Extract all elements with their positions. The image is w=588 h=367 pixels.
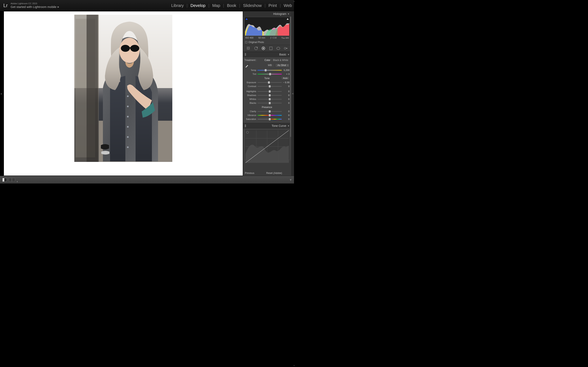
identity-plate-link[interactable]: Get started with Lightroom mobile ▶ [11,5,59,9]
svg-point-11 [127,146,129,148]
exposure-label: Exposure [244,81,258,83]
right-panel: Histogram ▼ ISO 400 50 mm ƒ / 2.8 ¹⁄₈₀₀ … [243,11,291,176]
whites-slider[interactable] [258,98,282,100]
panel-toggle-switch[interactable] [245,124,246,127]
wb-label: WB : [268,64,273,67]
identity-plate-label: Get started with Lightroom mobile [11,5,56,9]
crop-tool-icon[interactable] [246,46,251,51]
svg-point-6 [127,95,129,97]
before-after-view-button[interactable] [9,178,15,182]
left-panel-expand-icon[interactable]: ▶ [1,92,2,95]
treatment-label: Treatment : [244,59,263,62]
panel-title-tonecurve: Tone Curve [272,124,286,127]
panel-header-histogram[interactable]: Histogram ▼ [243,11,291,17]
svg-point-8 [127,116,129,117]
tint-slider[interactable] [258,73,282,75]
tint-label: Tint [244,73,258,75]
module-web[interactable]: Web [284,3,292,8]
whites-label: Whites [244,98,258,100]
panel-title-basic: Basic [279,53,286,56]
tint-value[interactable]: + 3 [282,73,290,75]
app-title: Adobe Lightroom CC 2015 [11,2,59,5]
develop-tool-strip [243,45,291,52]
bottom-toolbar: ▼ ▾ ▾ [0,176,294,184]
module-picker: Library| Develop| Map| Book| Slideshow| … [171,3,292,8]
previous-button[interactable]: Previous [245,172,264,175]
saturation-value[interactable]: 0 [282,118,290,120]
svg-point-18 [254,47,258,50]
exposure-value[interactable]: − 0.30 [282,81,290,83]
svg-point-21 [263,48,264,49]
tone-header: Tone [264,77,269,80]
panel-header-tonecurve[interactable]: Tone Curve ▼ [243,123,291,128]
tone-curve-graph[interactable] [245,130,289,159]
preview-photo[interactable] [74,15,172,162]
exposure-slider[interactable] [258,81,282,83]
treatment-color[interactable]: Color [263,59,272,62]
vibrance-value[interactable]: 0 [282,114,290,117]
auto-tone-button[interactable]: Auto [281,76,290,80]
blacks-slider[interactable] [258,102,282,104]
wb-preset-dropdown[interactable]: As Shot [275,63,290,67]
vibrance-label: Vibrance [244,114,258,117]
highlights-slider[interactable] [258,90,282,92]
svg-point-14 [130,45,139,52]
redeye-tool-icon[interactable] [261,46,266,51]
chevron-down-icon: ▼ [287,125,290,127]
loupe-view-button[interactable] [2,178,7,182]
chevron-down-icon: ▼ [287,13,290,15]
image-canvas[interactable] [4,11,243,176]
shadows-slider[interactable] [258,94,282,96]
adjustment-brush-tool-icon[interactable] [283,46,288,51]
white-balance-dropper-icon[interactable] [244,63,251,68]
module-slideshow[interactable]: Slideshow [243,3,262,8]
panel-header-basic[interactable]: Basic ▼ [243,52,291,57]
module-map[interactable]: Map [212,3,220,8]
top-bar: ▴ Lr Adobe Lightroom CC 2015 Get started… [0,0,294,11]
whites-value[interactable]: 0 [282,98,290,100]
saturation-label: Saturation [244,118,258,120]
spot-removal-tool-icon[interactable] [253,46,259,51]
shadows-value[interactable]: 0 [282,94,290,96]
module-print[interactable]: Print [268,3,277,8]
temp-slider[interactable] [258,69,282,71]
blacks-value[interactable]: 0 [282,102,290,104]
chevron-down-icon: ▼ [287,53,290,56]
panel-title-histogram: Histogram [273,12,286,16]
module-library[interactable]: Library [171,3,184,8]
panel-scrollbar[interactable] [290,17,291,137]
reset-button[interactable]: Reset (Adobe) [266,172,290,175]
module-book[interactable]: Book [227,3,236,8]
app-logo: Lr [2,2,9,9]
svg-rect-15 [129,47,131,49]
temp-value[interactable]: 5,200 [282,69,290,71]
graduated-filter-tool-icon[interactable] [268,46,274,51]
contrast-value[interactable]: 0 [282,85,290,87]
clarity-label: Clarity [244,110,258,113]
module-develop[interactable]: Develop [190,3,205,8]
radial-filter-tool-icon[interactable] [276,46,281,51]
temp-label: Temp [244,69,258,71]
treatment-bw[interactable]: Black & White [272,59,290,62]
original-photo-toggle[interactable]: Original Photo [243,40,291,45]
toolbar-options-dropdown[interactable]: ▾ [290,178,292,182]
contrast-slider[interactable] [258,85,282,87]
right-panel-expand-icon[interactable]: ◀ [291,11,294,176]
svg-rect-3 [86,15,98,162]
svg-point-23 [277,47,280,50]
clarity-slider[interactable] [258,110,282,112]
vibrance-slider[interactable] [258,114,282,116]
svg-rect-22 [269,47,272,50]
panel-toggle-switch[interactable] [245,53,246,56]
svg-point-9 [127,126,129,128]
saturation-slider[interactable] [258,118,282,120]
svg-line-33 [245,130,289,163]
meta-iso: ISO 400 [245,36,253,39]
meta-shutter: ¹⁄₈₀₀ sec [281,36,289,39]
chevron-down-icon[interactable]: ▼ [16,181,18,183]
clarity-value[interactable]: 0 [282,110,290,113]
blacks-label: Blacks [244,102,258,104]
highlights-value[interactable]: 0 [282,90,290,92]
histogram-display[interactable] [245,17,290,36]
top-panel-expand-icon[interactable]: ▴ [294,0,294,2]
